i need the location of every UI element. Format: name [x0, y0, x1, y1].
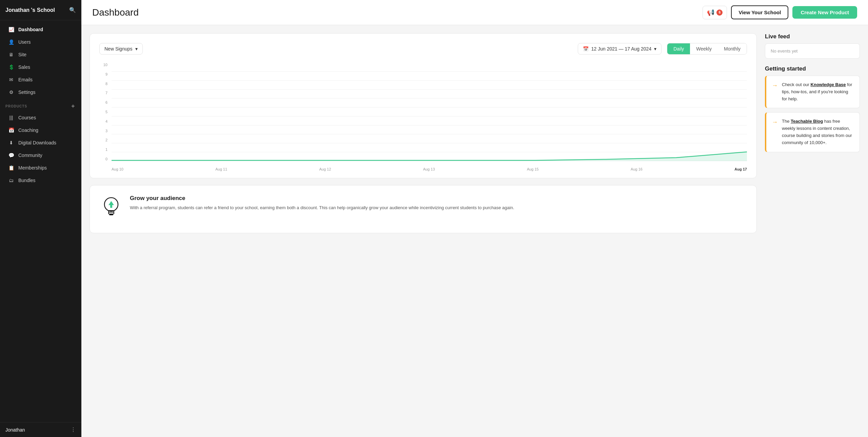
- sidebar-item-courses[interactable]: |||Courses: [3, 112, 79, 124]
- chart-controls: New Signups ▾ 📅 12 Jun 2021 — 17 Aug 202…: [99, 43, 747, 55]
- live-feed-section: Live feed No events yet: [765, 33, 860, 59]
- community-icon: 💬: [8, 153, 14, 158]
- bundles-icon: 🗂: [8, 178, 14, 183]
- sidebar-item-label: Coaching: [18, 127, 38, 133]
- sidebar-item-coaching[interactable]: 📅Coaching: [3, 124, 79, 136]
- more-icon[interactable]: ⋮: [71, 426, 76, 433]
- notification-badge: 6: [716, 9, 723, 16]
- chart-x-label: Aug 15: [527, 167, 539, 171]
- chart-y-label: 4: [99, 119, 110, 123]
- sidebar-item-label: Digital Downloads: [18, 140, 56, 145]
- grow-illustration: [99, 195, 123, 223]
- products-section-label: PRODUCTS ＋: [0, 99, 81, 111]
- chart-y-label: 2: [99, 138, 110, 142]
- settings-icon: ⚙: [8, 90, 14, 95]
- grow-svg: [99, 195, 123, 222]
- calendar-icon: 📅: [583, 46, 589, 52]
- monthly-period-button[interactable]: Monthly: [718, 43, 747, 54]
- chart-y-label: 3: [99, 129, 110, 133]
- sidebar-item-label: Emails: [18, 77, 33, 82]
- grow-card: Grow your audience With a referral progr…: [90, 185, 757, 233]
- emails-icon: ✉: [8, 77, 14, 82]
- date-range-selector[interactable]: 📅 12 Jun 2021 — 17 Aug 2024 ▾: [578, 43, 662, 55]
- sidebar-item-label: Settings: [18, 90, 36, 95]
- sidebar-item-community[interactable]: 💬Community: [3, 149, 79, 161]
- sidebar-item-users[interactable]: 👤Users: [3, 36, 79, 48]
- create-product-button[interactable]: Create New Product: [792, 6, 857, 19]
- notification-button[interactable]: 📢 6: [703, 6, 727, 19]
- live-feed-title: Live feed: [765, 33, 860, 40]
- svg-marker-16: [108, 201, 114, 208]
- sidebar-item-site[interactable]: 🖥Site: [3, 48, 79, 61]
- chart-y-label: 7: [99, 91, 110, 95]
- courses-icon: |||: [8, 115, 14, 120]
- sidebar-item-label: Users: [18, 39, 31, 45]
- sidebar-header: Jonathan 's School 🔍: [0, 0, 81, 20]
- arrow-icon: →: [772, 82, 778, 89]
- sidebar-item-label: Memberships: [18, 165, 47, 171]
- sidebar-nav: 📈Dashboard👤Users🖥Site💲Sales✉Emails⚙Setti…: [0, 20, 81, 190]
- chart-x-label: Aug 11: [215, 167, 227, 171]
- sidebar-item-label: Bundles: [18, 178, 36, 183]
- chart-card: New Signups ▾ 📅 12 Jun 2021 — 17 Aug 202…: [90, 33, 757, 178]
- metric-label: New Signups: [104, 46, 133, 52]
- chart-x-label: Aug 10: [112, 167, 123, 171]
- chart-plot: [112, 63, 747, 161]
- school-name: Jonathan 's School: [5, 7, 55, 13]
- chart-svg: [112, 63, 747, 161]
- right-sidebar: Live feed No events yet Getting started …: [765, 33, 860, 429]
- grow-content: Grow your audience With a referral progr…: [130, 195, 514, 212]
- dashboard-body: New Signups ▾ 📅 12 Jun 2021 — 17 Aug 202…: [81, 25, 868, 437]
- view-school-button[interactable]: View Your School: [731, 5, 788, 19]
- sidebar-item-digital-downloads[interactable]: ⬇Digital Downloads: [3, 137, 79, 149]
- chart-area: 012345678910: [99, 63, 747, 171]
- sidebar-item-sales[interactable]: 💲Sales: [3, 61, 79, 73]
- grow-description: With a referral program, students can re…: [130, 204, 514, 212]
- sidebar-item-label: Community: [18, 153, 42, 158]
- sidebar-item-label: Sales: [18, 64, 30, 70]
- chart-x-label: Aug 17: [734, 167, 747, 171]
- chart-x-label: Aug 16: [631, 167, 643, 171]
- chart-x-label: Aug 13: [423, 167, 435, 171]
- svg-rect-15: [109, 214, 113, 215]
- gs-link[interactable]: Teachable Blog: [791, 119, 823, 124]
- sidebar-item-bundles[interactable]: 🗂Bundles: [3, 174, 79, 186]
- grow-title: Grow your audience: [130, 195, 514, 202]
- daily-period-button[interactable]: Daily: [667, 43, 690, 54]
- site-icon: 🖥: [8, 52, 14, 57]
- chart-y-label: 1: [99, 147, 110, 152]
- metric-selector[interactable]: New Signups ▾: [99, 43, 143, 55]
- coaching-icon: 📅: [8, 127, 14, 133]
- chevron-down-icon: ▾: [135, 46, 138, 52]
- top-bar: Dashboard 📢 6 View Your School Create Ne…: [81, 0, 868, 25]
- sidebar-item-memberships[interactable]: 📋Memberships: [3, 162, 79, 174]
- sidebar-item-label: Site: [18, 52, 26, 57]
- sidebar-footer: Jonathan ⋮: [0, 422, 81, 437]
- chevron-down-icon-2: ▾: [654, 46, 656, 52]
- arrow-icon: →: [772, 119, 778, 126]
- sales-icon: 💲: [8, 64, 14, 70]
- add-product-icon[interactable]: ＋: [70, 103, 76, 110]
- main-content: Dashboard 📢 6 View Your School Create Ne…: [81, 0, 868, 437]
- getting-started-section: Getting started → Check out our Knowledg…: [765, 65, 860, 156]
- getting-started-title: Getting started: [765, 65, 860, 72]
- sidebar-item-settings[interactable]: ⚙Settings: [3, 86, 79, 98]
- gs-text: The Teachable Blog has free weekly lesso…: [782, 118, 854, 146]
- date-range-label: 12 Jun 2021 — 17 Aug 2024: [591, 46, 651, 52]
- gs-link[interactable]: Knowledge Base: [811, 82, 846, 87]
- getting-started-item-teachable-blog: → The Teachable Blog has free weekly les…: [765, 112, 860, 152]
- live-feed-empty: No events yet: [765, 43, 860, 59]
- megaphone-icon: 📢: [707, 9, 714, 16]
- gs-text: Check out our Knowledge Base for tips, h…: [782, 81, 854, 102]
- sidebar-item-emails[interactable]: ✉Emails: [3, 74, 79, 86]
- left-column: New Signups ▾ 📅 12 Jun 2021 — 17 Aug 202…: [90, 33, 757, 429]
- search-icon[interactable]: 🔍: [69, 7, 76, 13]
- chart-y-label: 10: [99, 63, 110, 67]
- sidebar-item-label: Dashboard: [18, 27, 43, 32]
- user-name: Jonathan: [5, 427, 25, 433]
- chart-y-label: 9: [99, 72, 110, 76]
- sidebar-item-dashboard[interactable]: 📈Dashboard: [3, 23, 79, 36]
- memberships-icon: 📋: [8, 165, 14, 171]
- weekly-period-button[interactable]: Weekly: [690, 43, 718, 54]
- top-bar-actions: 📢 6 View Your School Create New Product: [703, 5, 857, 19]
